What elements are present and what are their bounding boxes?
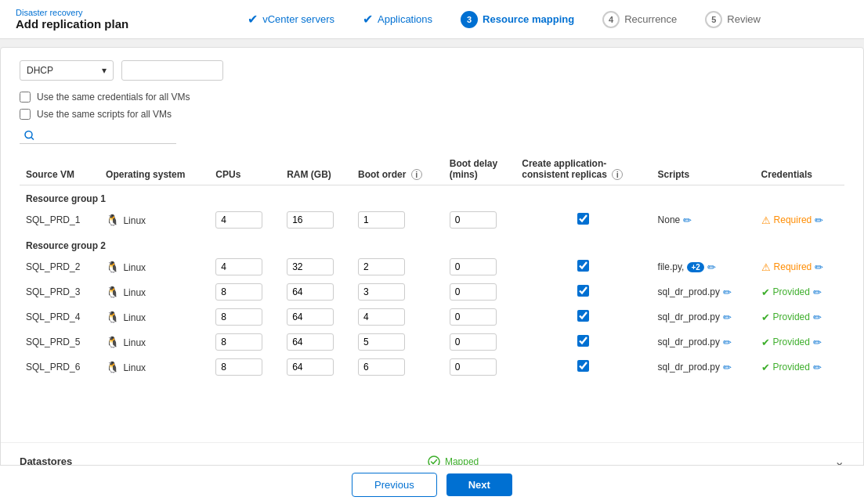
linux-icon: 🐧: [106, 361, 119, 373]
previous-button[interactable]: Previous: [352, 473, 437, 497]
cred-edit-icon[interactable]: ✏: [815, 214, 823, 226]
script-edit-icon[interactable]: ✏: [707, 261, 716, 273]
ip-input[interactable]: [121, 60, 223, 81]
ok-icon: ✔: [761, 337, 770, 348]
boot-order-input[interactable]: [358, 211, 405, 229]
boot-delay-input[interactable]: [450, 283, 497, 301]
linux-icon: 🐧: [106, 311, 119, 323]
warn-icon: ⚠: [761, 261, 771, 273]
next-button[interactable]: Next: [446, 473, 512, 496]
script-edit-icon[interactable]: ✏: [723, 286, 732, 298]
step-resource-mapping-label: Resource mapping: [483, 13, 574, 25]
step-review-label: Review: [727, 13, 761, 25]
cpus-input[interactable]: [215, 283, 262, 301]
col-boot-order: Boot order i: [352, 153, 443, 185]
top-nav: Disaster recovery Add replication plan ✔…: [0, 0, 864, 39]
boot-delay-input[interactable]: [450, 308, 497, 326]
ram-input[interactable]: [287, 358, 334, 376]
vm-os: 🐧 Linux: [99, 279, 209, 304]
script-cell: None ✏: [658, 214, 749, 226]
col-credentials: Credentials: [755, 153, 844, 185]
cpus-input[interactable]: [215, 358, 262, 376]
ram-input[interactable]: [287, 211, 334, 229]
ram-input[interactable]: [287, 308, 334, 326]
checkbox-credentials-input[interactable]: [20, 92, 31, 103]
app-consistent-info-icon: i: [612, 169, 623, 180]
boot-delay-input[interactable]: [450, 211, 497, 229]
top-form: DHCP ▾: [20, 60, 844, 81]
cred-edit-icon[interactable]: ✏: [815, 261, 823, 273]
boot-order-input[interactable]: [358, 333, 405, 351]
linux-icon: 🐧: [106, 336, 119, 348]
script-edit-icon[interactable]: ✏: [723, 362, 732, 373]
cpus-input[interactable]: [215, 308, 262, 326]
app-consistent-checkbox[interactable]: [577, 360, 589, 372]
cred-edit-icon[interactable]: ✏: [813, 286, 822, 298]
app-consistent-checkbox[interactable]: [577, 285, 589, 297]
script-name: file.py,: [658, 261, 685, 272]
script-edit-icon[interactable]: ✏: [723, 337, 732, 348]
script-name: sql_dr_prod.py: [658, 362, 720, 373]
cred-status: Provided: [773, 286, 810, 297]
col-boot-delay: Boot delay(mins): [443, 153, 515, 185]
checkbox-scripts-input[interactable]: [20, 109, 31, 120]
check-icon-1: ✔: [248, 12, 258, 27]
group-row-1: Resource group 1: [20, 185, 844, 208]
linux-icon: 🐧: [106, 286, 119, 298]
boot-order-input[interactable]: [358, 358, 405, 376]
vm-table: Source VM Operating system CPUs RAM (GB)…: [20, 153, 844, 380]
table-row: SQL_PRD_5 🐧 Linux sql_dr_prod.py ✏: [20, 329, 844, 355]
dhcp-chevron-icon: ▾: [102, 65, 107, 76]
main-wrapper: DHCP ▾ Use the same credentials for all …: [0, 39, 864, 504]
ram-input[interactable]: [287, 258, 334, 275]
cred-status: Provided: [773, 337, 810, 347]
step-recurrence-label: Recurrence: [624, 13, 677, 25]
script-name: sql_dr_prod.py: [658, 286, 720, 297]
step-applications[interactable]: ✔ Applications: [349, 12, 446, 27]
script-cell: sql_dr_prod.py ✏: [658, 362, 749, 373]
cred-edit-icon[interactable]: ✏: [813, 337, 822, 348]
app-consistent-checkbox[interactable]: [577, 260, 589, 272]
ram-input[interactable]: [287, 283, 334, 301]
brand-sub: Disaster recovery: [16, 8, 128, 17]
step-recurrence[interactable]: 4 Recurrence: [588, 11, 691, 28]
cred-cell: ✔ Provided ✏: [761, 311, 838, 323]
boot-delay-input[interactable]: [450, 258, 497, 275]
cred-cell: ✔ Provided ✏: [761, 362, 838, 373]
cred-edit-icon[interactable]: ✏: [813, 311, 822, 323]
vm-os: 🐧 Linux: [99, 254, 209, 279]
boot-order-input[interactable]: [358, 258, 405, 275]
script-cell: sql_dr_prod.py ✏: [658, 337, 749, 348]
cpus-input[interactable]: [215, 211, 262, 229]
script-edit-icon[interactable]: ✏: [723, 311, 732, 323]
search-input[interactable]: [20, 126, 176, 144]
boot-order-input[interactable]: [358, 308, 405, 326]
dhcp-select[interactable]: DHCP ▾: [20, 60, 114, 81]
checkbox-scripts-label: Use the same scripts for all VMs: [37, 109, 172, 120]
script-name: sql_dr_prod.py: [658, 311, 720, 322]
dhcp-value: DHCP: [27, 65, 53, 76]
table-row: SQL_PRD_3 🐧 Linux sql_dr_prod.py ✏: [20, 279, 844, 304]
script-edit-icon[interactable]: ✏: [683, 214, 692, 226]
table-row: SQL_PRD_1 🐧 Linux None ✏: [20, 207, 844, 232]
ram-input[interactable]: [287, 333, 334, 351]
col-app-consistent: Create application-consistent replicas i: [515, 153, 651, 185]
app-consistent-checkbox[interactable]: [577, 310, 589, 322]
step-review[interactable]: 5 Review: [691, 11, 775, 28]
group-label-1: Resource group 1: [20, 185, 844, 208]
cred-edit-icon[interactable]: ✏: [813, 362, 822, 373]
step-resource-mapping[interactable]: 3 Resource mapping: [446, 11, 588, 28]
vm-name: SQL_PRD_3: [20, 279, 99, 304]
cred-cell: ✔ Provided ✏: [761, 337, 838, 348]
cpus-input[interactable]: [215, 333, 262, 351]
app-consistent-checkbox[interactable]: [577, 213, 589, 225]
step-vcenter[interactable]: ✔ vCenter servers: [233, 12, 349, 27]
cred-status: Required: [774, 261, 812, 272]
boot-delay-input[interactable]: [450, 358, 497, 376]
boot-order-input[interactable]: [358, 283, 405, 301]
col-os: Operating system: [99, 153, 209, 185]
app-consistent-checkbox[interactable]: [577, 335, 589, 347]
script-cell: file.py, +2 ✏: [658, 261, 749, 273]
boot-delay-input[interactable]: [450, 333, 497, 351]
cpus-input[interactable]: [215, 258, 262, 275]
